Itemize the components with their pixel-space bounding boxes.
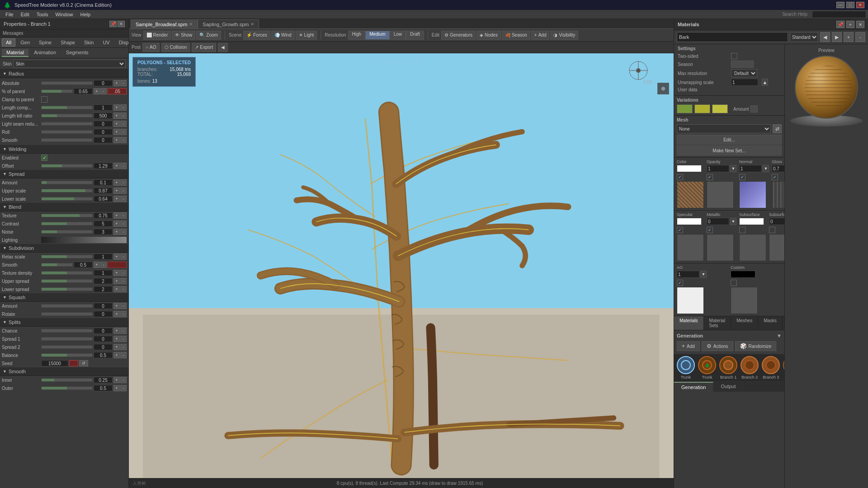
subsurface-pct-check[interactable] (769, 227, 775, 233)
left-panel-pin-button[interactable]: 📌 (109, 21, 117, 27)
forces-button[interactable]: ⚡ Forces (243, 31, 270, 40)
tab-material-sets[interactable]: Material Sets (704, 316, 731, 330)
menu-file[interactable]: File (2, 11, 17, 18)
subtab-animation[interactable]: Animation (29, 49, 61, 57)
menu-edit[interactable]: Edit (17, 11, 33, 18)
right-panel-pin-button[interactable]: 📌 (836, 21, 844, 28)
wind-button[interactable]: 💨 Wind (271, 31, 295, 40)
collision-button[interactable]: ⬡ Collision (161, 43, 190, 52)
add-button[interactable]: + Add (531, 31, 550, 40)
material-type-select[interactable]: Standard (790, 32, 818, 42)
right-panel-add-button[interactable]: + (846, 21, 854, 28)
tab-gen[interactable]: Gen (16, 38, 34, 47)
back-button[interactable]: ◀ (218, 43, 228, 52)
res-draft-button[interactable]: Draft (406, 31, 424, 40)
mesh-make-new-button[interactable]: Make New Set... (677, 145, 782, 155)
gloss-input[interactable] (772, 165, 784, 172)
filetab-close-broadleaf[interactable]: ✕ (189, 22, 193, 27)
gen-add-button[interactable]: + Add (677, 341, 700, 351)
variation-swatch-3[interactable] (712, 104, 728, 113)
color-swatch[interactable] (677, 165, 702, 172)
mesh-select[interactable]: None (677, 124, 771, 133)
gloss-check[interactable] (772, 174, 778, 180)
section-blend[interactable]: ▼Blend (0, 203, 128, 211)
gloss-texture-thumb[interactable] (772, 181, 784, 208)
right-panel-close-button[interactable]: ✕ (856, 21, 864, 28)
tab-all[interactable]: All (2, 38, 15, 47)
clamp-checkbox[interactable] (41, 96, 47, 103)
custom-texture-thumb[interactable] (731, 287, 758, 314)
res-low-button[interactable]: Low (390, 31, 406, 40)
node-item-branch2[interactable]: Branch 2 (741, 356, 759, 380)
specular-check[interactable] (677, 227, 683, 233)
two-sided-check[interactable] (731, 53, 737, 59)
bot-tab-output[interactable]: Output (713, 382, 743, 392)
gen-randomize-button[interactable]: 🎲 Randomize (735, 341, 777, 351)
subsurface-pct-input[interactable] (769, 218, 784, 225)
node-item-trunk[interactable]: 🌲 Trunk (698, 356, 716, 380)
subsurface-swatch[interactable] (739, 218, 764, 225)
section-squash[interactable]: ▼Squash (0, 293, 128, 302)
specular-swatch[interactable] (677, 218, 702, 225)
bot-tab-generation[interactable]: Generation (674, 382, 713, 392)
zoom-button[interactable]: 🔍 Zoom (196, 31, 221, 40)
section-splits[interactable]: ▼Splits (0, 318, 128, 327)
ao-button[interactable]: ○ AO (142, 43, 160, 52)
mesh-edit-button[interactable]: Edit... (677, 135, 782, 145)
material-name-input[interactable] (677, 32, 788, 42)
mat-add-button[interactable]: + (844, 32, 854, 42)
custom-check[interactable] (731, 280, 737, 286)
color-check[interactable] (677, 174, 683, 180)
show-button[interactable]: 👁 Show (172, 31, 195, 40)
mat-arrow-left-button[interactable]: ◀ (820, 32, 830, 42)
ao-arrow[interactable]: ▼ (700, 271, 707, 278)
viewport[interactable]: www.rr-sc.com POLYGONS - SELECTED branch… (129, 53, 674, 478)
subsurface-check[interactable] (739, 227, 745, 233)
section-spread[interactable]: ▼Spread (0, 170, 128, 178)
node-item-branch3[interactable]: Branch 3 (762, 356, 780, 380)
normal-arrow[interactable]: ▼ (763, 165, 769, 172)
tab-shape[interactable]: Shape (57, 38, 79, 47)
section-smooth[interactable]: ▼Smooth (0, 367, 128, 376)
specular-texture-thumb[interactable] (677, 234, 704, 261)
gen-actions-button[interactable]: ⚙ Actions (702, 341, 733, 351)
node-item-root[interactable]: Trunk (677, 356, 695, 380)
subtab-material[interactable]: Material (2, 49, 28, 57)
metallic-texture-thumb[interactable] (707, 234, 734, 261)
search-help-input[interactable] (812, 11, 866, 18)
normal-input[interactable] (739, 165, 762, 172)
left-panel-close-button[interactable]: ✕ (118, 21, 125, 27)
generation-collapse[interactable]: ▼ (777, 333, 782, 338)
menu-window[interactable]: Window (52, 11, 76, 18)
mesh-link-button[interactable]: ⇄ (773, 124, 782, 133)
minimize-button[interactable]: — (836, 2, 844, 8)
ao-texture-thumb[interactable] (677, 287, 704, 314)
tab-skin[interactable]: Skin (80, 38, 98, 47)
normal-check[interactable] (739, 174, 745, 180)
render-button[interactable]: ⬜ Render (143, 31, 171, 40)
menu-help[interactable]: Help (77, 11, 94, 18)
res-high-button[interactable]: High (348, 31, 366, 40)
ao-input[interactable] (677, 271, 699, 278)
unwrapping-scale-input[interactable] (731, 79, 758, 86)
variation-swatch-2[interactable] (694, 104, 710, 113)
tab-spine[interactable]: Spine (35, 38, 56, 47)
unwrapping-scale-arrow[interactable]: ▲ (762, 79, 768, 86)
viewport-nav-button[interactable]: ⊕ (657, 83, 669, 94)
menu-tools[interactable]: Tools (33, 11, 52, 18)
metallic-arrow[interactable]: ▼ (730, 218, 736, 225)
opacity-arrow[interactable]: ▼ (730, 165, 736, 172)
section-welding[interactable]: ▼Welding (0, 145, 128, 154)
filetab-close-sapling[interactable]: ✕ (250, 22, 254, 27)
subsurface-pct-texture-thumb[interactable] (769, 234, 784, 261)
metallic-check[interactable] (707, 227, 713, 233)
export-button[interactable]: ↗ Export (192, 43, 216, 52)
subtab-segments[interactable]: Segments (61, 49, 93, 57)
res-medium-button[interactable]: Medium (365, 31, 390, 40)
light-button[interactable]: ☀ Light (296, 31, 317, 40)
variation-swatch-1[interactable] (677, 104, 693, 113)
tab-meshes[interactable]: Meshes (731, 316, 758, 330)
subsurface-texture-thumb[interactable] (739, 234, 766, 261)
visibility-button[interactable]: ◑ Visibility (550, 31, 578, 40)
section-radius[interactable]: ▼Radius (0, 70, 128, 78)
